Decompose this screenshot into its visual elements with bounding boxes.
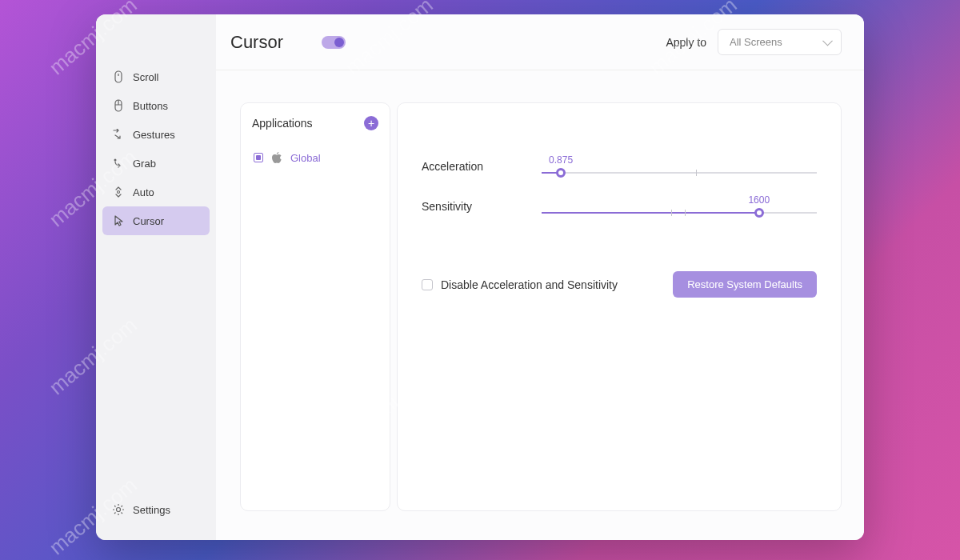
apply-to-label: Apply to [666, 36, 706, 49]
slider-tick [696, 170, 697, 176]
svg-point-7 [117, 508, 121, 512]
main-body: Applications + Global Acceleration [216, 70, 864, 540]
disable-label: Disable Acceleration and Sensitivity [441, 278, 618, 291]
svg-point-5 [114, 159, 117, 162]
restore-defaults-button[interactable]: Restore System Defaults [673, 271, 817, 298]
applications-panel: Applications + Global [240, 102, 390, 511]
app-window: Scroll Buttons Gestures Grab [96, 14, 864, 540]
sensitivity-value: 1600 [748, 194, 770, 206]
sidebar-item-gestures[interactable]: Gestures [102, 120, 210, 149]
apps-header: Applications + [252, 116, 378, 130]
settings-panel: Acceleration 0.875 Sensitivity 1600 [397, 102, 842, 511]
page-title: Cursor [230, 32, 283, 53]
sidebar-item-grab[interactable]: Grab [102, 149, 210, 178]
svg-rect-0 [115, 71, 122, 82]
mouse-icon [112, 99, 125, 112]
app-checkbox[interactable] [254, 153, 263, 162]
main-header: Cursor Apply to All Screens [216, 14, 864, 70]
sidebar-item-label: Settings [133, 504, 170, 516]
sidebar-items: Scroll Buttons Gestures Grab [96, 62, 216, 495]
app-item-global[interactable]: Global [252, 146, 378, 169]
sidebar-item-label: Scroll [133, 71, 159, 83]
slider-tick [671, 210, 672, 216]
plus-icon: + [368, 117, 374, 130]
screen-select[interactable]: All Screens [718, 29, 842, 55]
sidebar-item-cursor[interactable]: Cursor [102, 206, 210, 235]
main: Cursor Apply to All Screens Applications… [216, 14, 864, 540]
sidebar-item-label: Buttons [133, 100, 168, 112]
acceleration-row: Acceleration 0.875 [422, 159, 817, 174]
sidebar: Scroll Buttons Gestures Grab [96, 14, 216, 540]
apple-icon [271, 151, 282, 164]
sidebar-item-label: Auto [133, 186, 154, 198]
acceleration-slider[interactable]: 0.875 [542, 159, 817, 174]
slider-tick [685, 210, 686, 216]
sidebar-item-label: Grab [133, 158, 156, 170]
auto-icon [112, 186, 125, 198]
grab-icon [112, 157, 125, 170]
sidebar-item-auto[interactable]: Auto [102, 178, 210, 206]
gestures-icon [112, 128, 125, 141]
screen-select-value: All Screens [730, 36, 782, 48]
svg-point-6 [118, 191, 120, 194]
app-name: Global [290, 152, 321, 164]
acceleration-value: 0.875 [549, 154, 573, 166]
sidebar-item-label: Cursor [133, 215, 164, 227]
sensitivity-row: Sensitivity 1600 [422, 199, 817, 214]
slider-fill [542, 212, 759, 214]
sidebar-item-buttons[interactable]: Buttons [102, 91, 210, 120]
add-application-button[interactable]: + [364, 116, 378, 130]
slider-thumb[interactable] [556, 168, 566, 178]
sensitivity-slider[interactable]: 1600 [542, 199, 817, 214]
slider-track [542, 172, 817, 174]
slider-track [542, 212, 817, 214]
cursor-toggle[interactable] [322, 36, 346, 49]
sidebar-item-scroll[interactable]: Scroll [102, 62, 210, 91]
bottom-row: Disable Acceleration and Sensitivity Res… [422, 271, 817, 298]
cursor-icon [112, 214, 125, 227]
sidebar-footer: Settings [96, 495, 216, 540]
disable-checkbox-row[interactable]: Disable Acceleration and Sensitivity [422, 278, 618, 291]
acceleration-label: Acceleration [422, 160, 542, 173]
gear-icon [112, 503, 125, 516]
slider-thumb[interactable] [754, 208, 764, 218]
apps-title: Applications [252, 117, 313, 130]
sidebar-item-settings[interactable]: Settings [102, 495, 210, 524]
disable-checkbox[interactable] [422, 279, 433, 290]
header-right: Apply to All Screens [666, 29, 842, 55]
sensitivity-label: Sensitivity [422, 200, 542, 213]
sidebar-item-label: Gestures [133, 129, 175, 141]
scroll-icon [112, 70, 125, 83]
